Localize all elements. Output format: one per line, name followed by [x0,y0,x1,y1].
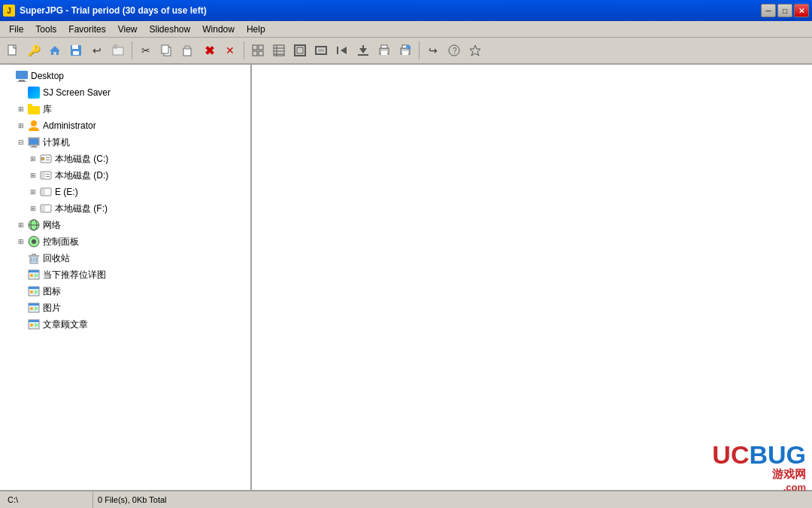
driveF-icon [39,202,53,214]
tree-articles[interactable]: 文章顾文章 [0,316,250,333]
tree-recycle[interactable]: 回收站 [0,250,250,266]
expand-driveE[interactable]: ⊞ [27,186,39,198]
tree-network[interactable]: ⊞ 网络 [0,217,250,233]
watermark: UCBUG 游戏网 .com [662,445,812,490]
svg-rect-52 [46,157,50,158]
svg-rect-41 [19,80,25,81]
tree-driveC[interactable]: ⊞ 本地磁盘 (C:) [0,151,250,167]
expand-driveD[interactable]: ⊞ [27,169,39,181]
tree-computer[interactable]: ⊟ 计算机 [0,134,250,151]
tb-help1[interactable]: ? [444,41,464,60]
tree-pictures[interactable]: 图片 [0,300,250,316]
svg-rect-27 [362,45,364,49]
tb-delete-x[interactable]: ✖ [199,41,219,60]
tb-grid1[interactable] [248,41,268,60]
tb-key[interactable]: 🔑 [24,41,44,60]
expand-driveF[interactable]: ⊞ [27,202,39,214]
control-label: 控制面板 [43,236,79,248]
ku-label: 库 [43,103,52,116]
svg-rect-68 [29,255,39,257]
tree-driveF[interactable]: ⊞ 本地磁盘 (F:) [0,200,250,217]
file-tree[interactable]: Desktop SJ Screen Saver ⊞ 库 ⊞ Administra… [0,65,252,490]
recycle-icon [27,252,41,264]
tb-undo[interactable]: ↩ [87,41,107,60]
tb-frame2[interactable] [311,41,331,60]
maximize-button[interactable]: □ [777,4,792,17]
minimize-button[interactable]: ─ [761,4,776,17]
tb-cut[interactable]: ✂ [136,41,156,60]
toolbar-sep-1 [132,41,132,59]
toolbar: 🔑 ↩ ✂ ✖ ✕ i ↪ ? [0,38,812,65]
tree-icons-folder[interactable]: 图标 [0,283,250,300]
tb-save[interactable] [66,41,86,60]
watermark-ucbug: UCBUG [712,442,806,467]
svg-rect-49 [30,147,38,148]
expand-network[interactable]: ⊞ [15,219,27,231]
svg-rect-59 [41,189,45,195]
tb-rotate[interactable]: ↪ [423,41,443,60]
tb-unknown[interactable] [108,41,128,60]
tree-ku[interactable]: ⊞ 库 [0,101,250,117]
svg-rect-24 [337,47,338,54]
driveD-label: 本地磁盘 (D:) [55,169,108,182]
tb-print1[interactable] [374,41,394,60]
driveC-icon [39,153,53,165]
svg-rect-78 [29,287,39,289]
menu-file[interactable]: File [3,21,29,38]
expand-recommend [15,269,27,281]
tb-home[interactable] [45,41,65,60]
tree-control-panel[interactable]: ⊞ 控制面板 [0,233,250,250]
recycle-label: 回收站 [43,252,70,265]
menu-view[interactable]: View [112,21,144,38]
tb-close-x[interactable]: ✕ [220,41,240,60]
main-area: Desktop SJ Screen Saver ⊞ 库 ⊞ Administra… [0,65,812,490]
tree-recommend[interactable]: 当下推荐位详图 [0,266,250,283]
driveC-label: 本地磁盘 (C:) [55,153,108,166]
toolbar-sep-3 [419,41,420,59]
expand-ku[interactable]: ⊞ [15,103,27,115]
tree-desktop[interactable]: Desktop [0,68,250,84]
tb-download[interactable] [353,41,373,60]
svg-rect-53 [46,160,50,160]
icons-folder-label: 图标 [43,285,61,298]
svg-rect-4 [73,51,79,55]
menu-tools[interactable]: Tools [29,21,62,38]
tree-administrator[interactable]: ⊞ Administrator [0,117,250,134]
svg-rect-3 [72,45,78,49]
expand-computer[interactable]: ⊟ [15,136,27,148]
svg-point-66 [32,239,36,244]
tree-screensaver[interactable]: SJ Screen Saver [0,84,250,101]
tb-help2[interactable] [465,41,485,60]
menu-favorites[interactable]: Favorites [62,21,111,38]
svg-rect-56 [46,176,50,177]
tb-print2[interactable]: i [395,41,415,60]
menu-slideshow[interactable]: Slideshow [144,21,197,38]
recommend-label: 当下推荐位详图 [43,269,106,281]
tb-grid2[interactable] [269,41,289,60]
expand-desktop[interactable] [3,70,15,82]
menu-help[interactable]: Help [241,21,271,38]
expand-icons-folder [15,285,27,297]
tb-copy[interactable] [157,41,177,60]
svg-text:i: i [408,46,408,50]
content-panel [252,65,812,490]
svg-point-75 [30,274,33,277]
tb-frame1[interactable] [290,41,310,60]
tb-new[interactable] [3,41,23,60]
close-button[interactable]: ✕ [794,4,809,17]
driveF-label: 本地磁盘 (F:) [55,202,108,215]
svg-rect-12 [259,45,263,50]
expand-admin[interactable]: ⊞ [15,120,27,132]
tree-driveE[interactable]: ⊞ E (E:) [0,184,250,200]
tb-prev[interactable] [332,41,352,60]
expand-control[interactable]: ⊞ [15,236,27,248]
tb-paste[interactable] [178,41,198,60]
svg-marker-1 [50,46,60,55]
svg-rect-10 [185,46,189,49]
menu-window[interactable]: Window [196,21,241,38]
desktop-icon [15,70,29,82]
expand-driveC[interactable]: ⊞ [27,153,39,165]
svg-rect-55 [46,174,50,175]
tree-driveD[interactable]: ⊞ 本地磁盘 (D:) [0,167,250,184]
driveE-label: E (E:) [55,187,78,197]
